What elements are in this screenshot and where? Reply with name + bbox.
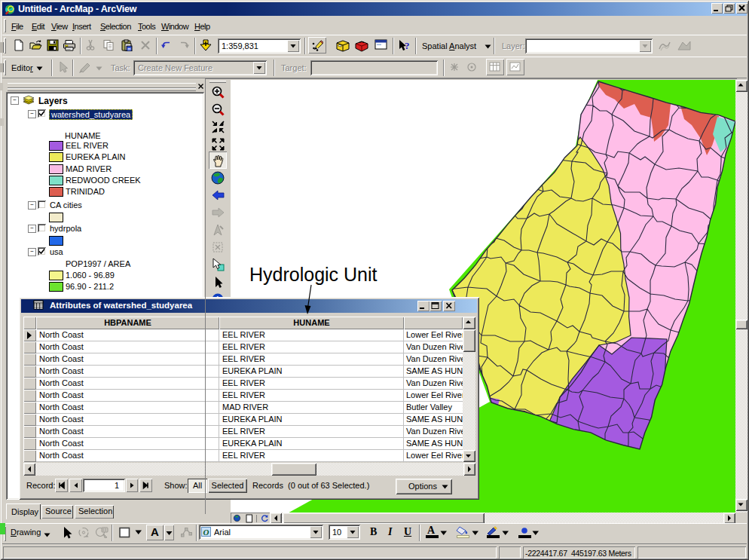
svg-text:O: O bbox=[203, 528, 209, 537]
svg-text:?: ? bbox=[405, 40, 410, 51]
